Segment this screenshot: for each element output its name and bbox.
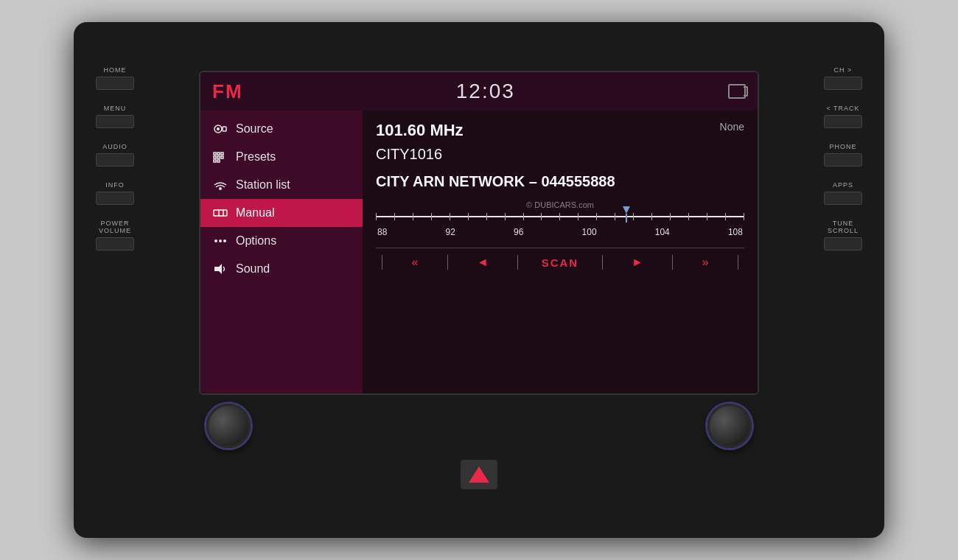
battery-icon xyxy=(728,84,746,99)
tick-8 xyxy=(523,213,524,220)
tick-9 xyxy=(541,213,542,220)
apps-label: APPS xyxy=(833,181,853,189)
svg-rect-8 xyxy=(217,160,220,162)
tune-scroll-button[interactable] xyxy=(824,237,862,251)
source-icon xyxy=(212,122,228,136)
info-btn-group: INFO xyxy=(96,181,134,205)
menu-item-source[interactable]: Source xyxy=(200,115,363,143)
left-knob-power-volume[interactable] xyxy=(206,404,251,448)
tick-14 xyxy=(633,213,634,220)
svg-point-11 xyxy=(219,187,222,190)
freq-label-100: 100 xyxy=(582,227,597,237)
manual-icon xyxy=(212,206,228,220)
ch-label: CH > xyxy=(834,66,853,74)
home-button[interactable] xyxy=(96,77,134,90)
phone-btn-group: PHONE xyxy=(824,143,862,167)
tick-12 xyxy=(596,213,597,220)
menu-button[interactable] xyxy=(96,115,134,128)
phone-button[interactable] xyxy=(824,153,862,167)
hazard-button[interactable] xyxy=(461,460,497,489)
menu-item-manual[interactable]: Manual xyxy=(200,199,363,227)
menu-label: MENU xyxy=(104,105,127,112)
freq-label-96: 96 xyxy=(514,227,523,237)
tune-scroll-btn-group: TUNESCROLL xyxy=(824,220,862,251)
apps-button[interactable] xyxy=(824,192,862,205)
station-list-label: Station list xyxy=(236,178,290,192)
audio-label: AUDIO xyxy=(102,143,127,150)
infotainment-screen: FM 12:03 Source Presets xyxy=(199,71,759,395)
forward-fast-button[interactable]: » xyxy=(696,254,715,270)
sound-label: Sound xyxy=(236,262,270,276)
tuner-section: © DUBICARS.com xyxy=(376,197,744,237)
tick-1 xyxy=(394,213,395,220)
tick-4 xyxy=(450,213,450,220)
info-button[interactable] xyxy=(96,192,134,205)
tick-19 xyxy=(725,213,726,220)
sep-3 xyxy=(602,255,603,270)
sep-left-outer xyxy=(382,255,382,270)
tick-0 xyxy=(376,213,377,220)
tick-15 xyxy=(651,213,652,220)
ch-button[interactable] xyxy=(824,77,862,90)
presets-label: Presets xyxy=(236,150,276,164)
needle-head xyxy=(623,206,630,214)
freq-label-88: 88 xyxy=(377,227,387,237)
right-knob-tune-scroll[interactable] xyxy=(707,404,752,448)
track-button[interactable] xyxy=(824,115,862,128)
frequency-display: 101.60 MHz xyxy=(376,121,464,140)
tick-7 xyxy=(505,213,506,220)
menu-btn-group: MENU xyxy=(96,105,134,128)
menu-item-options[interactable]: Options xyxy=(200,227,363,255)
home-btn-group: HOME xyxy=(96,66,134,90)
options-label: Options xyxy=(236,234,276,248)
svg-rect-9 xyxy=(221,153,223,155)
freq-label-104: 104 xyxy=(655,227,670,237)
tuner-bar[interactable] xyxy=(376,209,744,224)
hazard-icon xyxy=(469,466,489,483)
svg-point-15 xyxy=(214,239,217,242)
menu-item-sound[interactable]: Sound xyxy=(200,255,363,283)
clock-display: 12:03 xyxy=(456,80,515,103)
tick-5 xyxy=(468,213,469,220)
audio-button[interactable] xyxy=(96,153,134,167)
power-volume-button[interactable] xyxy=(96,237,134,251)
menu-item-station-list[interactable]: Station list xyxy=(200,171,363,199)
screen-header: FM 12:03 xyxy=(200,72,758,111)
svg-rect-2 xyxy=(223,127,226,131)
ch-btn-group: CH > xyxy=(824,66,862,90)
tuner-ticks xyxy=(376,209,744,224)
right-side-buttons: CH > < TRACK PHONE APPS TUNESCROLL xyxy=(824,66,862,258)
rewind-button[interactable]: ◄ xyxy=(471,254,494,270)
forward-button[interactable]: ► xyxy=(626,254,649,270)
station-list-icon xyxy=(212,178,228,192)
menu-item-presets[interactable]: Presets xyxy=(200,143,363,171)
sep-2 xyxy=(517,255,518,270)
frequency-row: 101.60 MHz xyxy=(376,121,744,140)
svg-rect-3 xyxy=(214,153,216,155)
tick-11 xyxy=(578,213,578,220)
manual-label: Manual xyxy=(236,206,274,220)
screen-body: Source Presets Station list xyxy=(200,111,758,395)
network-name-display: CITY ARN NETWORK – 044555888 xyxy=(376,173,744,190)
svg-point-1 xyxy=(217,127,220,130)
tuner-labels: 88 92 96 100 104 108 xyxy=(376,227,744,237)
rewind-fast-button[interactable]: « xyxy=(405,254,424,270)
svg-point-16 xyxy=(219,239,222,242)
tick-2 xyxy=(413,213,413,220)
phone-label: PHONE xyxy=(829,143,856,150)
svg-rect-6 xyxy=(217,153,220,155)
bottom-area xyxy=(461,460,497,489)
track-btn-group: < TRACK xyxy=(824,105,862,128)
svg-rect-4 xyxy=(214,156,216,158)
scan-button[interactable]: SCAN xyxy=(542,256,579,269)
sound-icon xyxy=(212,262,228,276)
audio-btn-group: AUDIO xyxy=(96,143,134,167)
station-name-display: CITY1016 xyxy=(376,146,744,163)
tick-10 xyxy=(559,213,560,220)
freq-label-92: 92 xyxy=(446,227,455,237)
tuner-needle xyxy=(623,206,629,223)
tick-20 xyxy=(744,213,744,220)
tick-3 xyxy=(431,213,432,220)
info-label: INFO xyxy=(105,181,125,189)
presets-icon xyxy=(212,150,228,164)
